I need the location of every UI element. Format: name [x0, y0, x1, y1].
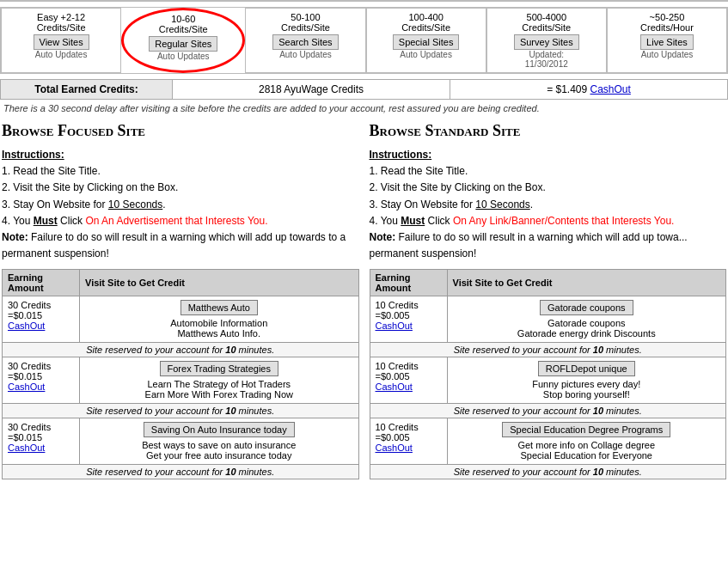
nav-credits-top: 500-4000	[489, 12, 604, 22]
nav-auto: Auto Updates	[248, 50, 363, 59]
standard-must: Must	[401, 215, 425, 227]
nav-auto: Auto Updates	[125, 52, 241, 61]
site-dollar: =$0.015	[8, 432, 74, 443]
reserve-text: Site reserved to your account for 10 min…	[370, 404, 726, 418]
cashout-link-2[interactable]: CashOut	[8, 443, 45, 453]
site-cashout: CashOut	[376, 320, 413, 331]
cashout-link-1[interactable]: CashOut	[376, 382, 413, 392]
site-credits: 10 Credits	[376, 422, 442, 432]
site-cashout: CashOut	[376, 443, 413, 453]
nav-btn-regular[interactable]: Regular Sites	[149, 36, 217, 52]
earned-value: = $1.409 CashOut	[450, 80, 727, 99]
reserve-text: Site reserved to your account for 10 min…	[370, 343, 726, 357]
earn-cell: 10 Credits =$0.005 CashOut	[370, 357, 447, 404]
reserve-text: Site reserved to your account for 10 min…	[3, 465, 359, 479]
earned-label: Total Earned Credits:	[1, 80, 173, 99]
cashout-link-0[interactable]: CashOut	[376, 320, 413, 331]
site-credits: 10 Credits	[376, 300, 442, 310]
site-dollar: =$0.005	[376, 310, 442, 320]
cashout-link[interactable]: CashOut	[590, 83, 631, 95]
site-desc2: Matthews Auto Info.	[85, 328, 353, 339]
reserve-text: Site reserved to your account for 10 min…	[370, 465, 726, 479]
site-credits: 10 Credits	[376, 361, 442, 371]
nav-credits-bottom: Credits/Site	[248, 22, 363, 33]
site-row: 10 Credits =$0.005 CashOut ROFLDepot uni…	[370, 357, 726, 404]
site-desc2: Special Education for Everyone	[453, 450, 721, 461]
site-dollar: =$0.015	[8, 310, 74, 320]
nav-btn-easy[interactable]: View Sites	[34, 34, 89, 50]
site-cashout: CashOut	[8, 382, 45, 392]
two-col-layout: Browse Focused Site Instructions: 1. Rea…	[0, 122, 728, 479]
browse-focused-title: Browse Focused Site	[2, 122, 359, 140]
nav-btn-survey[interactable]: Survey Sites	[514, 34, 579, 50]
nav-btn-search[interactable]: Search Sites	[272, 34, 338, 50]
earned-credits: 2818 AyuWage Credits	[173, 80, 450, 99]
standard-step4-red: On Any Link/Banner/Contents that Interes…	[453, 215, 675, 227]
nav-credits-top: ~50-250	[609, 12, 725, 22]
site-desc2: Stop boring yourself!	[453, 389, 721, 400]
standard-site-table: Earning Amount Visit Site to Get Credit …	[370, 269, 727, 479]
site-credits: 30 Credits	[8, 422, 74, 432]
nav-item-search: 50-100Credits/SiteSearch SitesAuto Updat…	[245, 8, 365, 73]
nav-item-live: ~50-250Credits/HourLive SitesAuto Update…	[607, 8, 727, 73]
site-desc1: Get more info on Collage degree	[453, 440, 721, 450]
nav-btn-live[interactable]: Live Sites	[640, 34, 694, 50]
nav-item-survey: 500-4000Credits/SiteSurvey SitesUpdated:…	[486, 8, 607, 73]
standard-note: Note:	[370, 231, 396, 243]
earn-cell: 10 Credits =$0.005 CashOut	[370, 418, 447, 465]
nav-credits-top: Easy +2-12	[3, 12, 119, 22]
standard-col-earning: Earning Amount	[370, 270, 447, 296]
reserve-row: Site reserved to your account for 10 min…	[3, 404, 359, 418]
visit-cell: Forex Trading Strategies Learn The Strat…	[80, 357, 359, 404]
nav-credits-bottom: Credits/Site	[369, 22, 484, 33]
focused-instructions-title: Instructions:	[2, 149, 64, 161]
site-cashout: CashOut	[8, 443, 45, 453]
standard-instructions-title: Instructions:	[370, 149, 432, 161]
site-dollar: =$0.015	[8, 371, 74, 382]
site-btn-1[interactable]: ROFLDepot unique	[538, 361, 635, 376]
standard-col-visit: Visit Site to Get Credit	[447, 270, 726, 296]
site-cashout: CashOut	[376, 382, 413, 392]
nav-credits-top: 100-400	[369, 12, 484, 22]
site-btn-1[interactable]: Forex Trading Strategies	[160, 361, 278, 376]
nav-item-regular: 10-60Credits/SiteRegular SitesAuto Updat…	[121, 8, 245, 73]
reserve-row: Site reserved to your account for 10 min…	[370, 343, 726, 357]
focused-note: Note:	[2, 231, 28, 243]
site-desc1: Best ways to save on auto insurance	[85, 440, 353, 450]
focused-must: Must	[34, 215, 58, 227]
standard-step1: 1. Read the Site Title.	[370, 165, 468, 177]
focused-col-visit: Visit Site to Get Credit	[80, 270, 359, 296]
earn-cell: 10 Credits =$0.005 CashOut	[370, 296, 447, 343]
reserve-row: Site reserved to your account for 10 min…	[370, 404, 726, 418]
reserve-row: Site reserved to your account for 10 min…	[370, 465, 726, 479]
focused-site-table: Earning Amount Visit Site to Get Credit …	[2, 269, 359, 479]
top-nav	[0, 0, 728, 2]
site-btn-0[interactable]: Matthews Auto	[180, 300, 258, 315]
site-dollar: =$0.005	[376, 371, 442, 382]
browse-focused-instructions: Instructions: 1. Read the Site Title. 2.…	[2, 147, 359, 262]
cashout-link-2[interactable]: CashOut	[376, 443, 413, 453]
focused-col-earning: Earning Amount	[3, 270, 80, 296]
nav-auto: Auto Updates	[3, 50, 119, 59]
site-btn-2[interactable]: Special Education Degree Programs	[502, 422, 670, 437]
earn-cell: 30 Credits =$0.015 CashOut	[3, 357, 80, 404]
nav-auto: Auto Updates	[609, 50, 725, 59]
nav-credits-top: 50-100	[248, 12, 363, 22]
nav-credits-bottom: Credits/Hour	[609, 22, 725, 33]
site-dollar: =$0.005	[376, 432, 442, 443]
site-credits: 30 Credits	[8, 361, 74, 371]
site-btn-0[interactable]: Gatorade coupons	[540, 300, 633, 315]
site-btn-2[interactable]: Saving On Auto Insurance today	[144, 422, 295, 437]
site-row: 30 Credits =$0.015 CashOut Saving On Aut…	[3, 418, 359, 465]
browse-standard-col: Browse Standard Site Instructions: 1. Re…	[370, 122, 727, 479]
visit-cell: ROFLDepot unique Funny pictures every da…	[447, 357, 726, 404]
earn-cell: 30 Credits =$0.015 CashOut	[3, 296, 80, 343]
site-credits: 30 Credits	[8, 300, 74, 310]
nav-btn-special[interactable]: Special Sites	[393, 34, 460, 50]
site-row: 10 Credits =$0.005 CashOut Gatorade coup…	[370, 296, 726, 343]
site-desc1: Gatorade coupons	[453, 318, 721, 328]
cashout-link-1[interactable]: CashOut	[8, 382, 45, 392]
cashout-link-0[interactable]: CashOut	[8, 320, 45, 331]
standard-step3-underline: 10 Seconds	[475, 198, 529, 211]
nav-sub: Updated:	[489, 50, 604, 59]
